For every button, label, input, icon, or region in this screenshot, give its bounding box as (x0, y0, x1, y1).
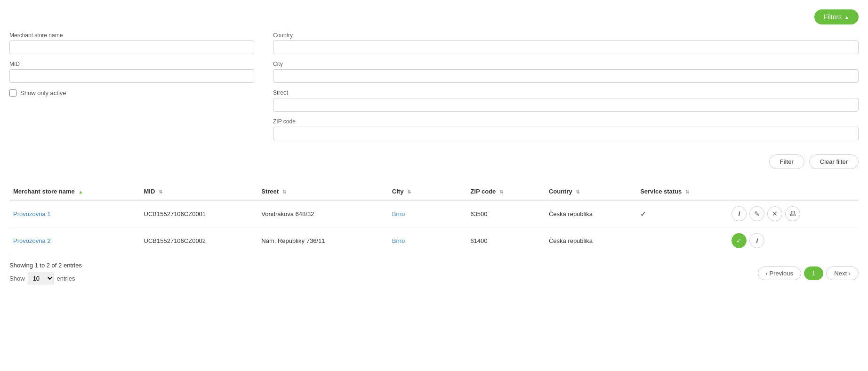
col-mid-label: MID (144, 188, 155, 195)
city-label: City (273, 61, 859, 67)
filters-button-container: Filters ▲ (9, 9, 859, 24)
cell-city: Brno (388, 227, 467, 254)
cell-zip: 63500 (466, 200, 545, 227)
table-body: Provozovna 1UCB15527106CZ0001Vondrákova … (9, 200, 859, 254)
merchant-name-link[interactable]: Provozovna 2 (13, 237, 51, 244)
info-button[interactable]: i (749, 233, 764, 248)
merchant-store-name-input[interactable] (9, 40, 254, 54)
col-header-name: Merchant store name ▲ (9, 183, 140, 200)
filter-left-col: Merchant store name MID Show only active (9, 32, 254, 147)
cell-actions: i✎✕🖶 (728, 200, 859, 227)
col-header-street: Street ⇅ (257, 183, 388, 200)
street-label: Street (273, 89, 859, 96)
filter-form: Merchant store name MID Show only active… (9, 32, 859, 169)
mid-input[interactable] (9, 69, 254, 83)
sort-mid-icon[interactable]: ⇅ (159, 189, 162, 194)
cell-status (636, 227, 728, 254)
city-group: City (273, 61, 859, 83)
show-entries-group: Show 102550100 entries (9, 273, 82, 284)
cell-street: Nám. Republiky 736/11 (257, 227, 388, 254)
entries-label: entries (57, 275, 75, 282)
col-header-actions (728, 183, 859, 200)
show-label: Show (9, 275, 25, 282)
filter-actions: Filter Clear filter (9, 154, 859, 169)
filter-row-1: Merchant store name MID Show only active… (9, 32, 859, 147)
sort-status-icon[interactable]: ⇅ (685, 189, 689, 194)
city-input[interactable] (273, 69, 859, 83)
show-only-active-label[interactable]: Show only active (20, 89, 66, 97)
table-footer: Showing 1 to 2 of 2 entries Show 1025501… (9, 262, 859, 284)
cell-mid: UCB15527106CZ0002 (140, 227, 258, 254)
table-row: Provozovna 2UCB15527106CZ0002Nám. Republ… (9, 227, 859, 254)
merchant-name-link[interactable]: Provozovna 1 (13, 210, 51, 218)
cell-status: ✓ (636, 200, 728, 227)
filters-label: Filters (824, 13, 842, 21)
cell-mid: UCB15527106CZ0001 (140, 200, 258, 227)
col-header-status: Service status ⇅ (636, 183, 728, 200)
print-button[interactable]: 🖶 (785, 206, 800, 221)
zip-input[interactable] (273, 127, 859, 140)
cell-city: Brno (388, 200, 467, 227)
showing-entries: Showing 1 to 2 of 2 entries (9, 262, 82, 269)
col-country-label: Country (549, 188, 572, 195)
col-header-mid: MID ⇅ (140, 183, 258, 200)
showing-text: Showing 1 to 2 of 2 entries Show 1025501… (9, 262, 82, 284)
action-icons-group: ✓i (731, 233, 855, 248)
col-header-country: Country ⇅ (545, 183, 636, 200)
cell-country: Česká republika (545, 227, 636, 254)
sort-country-icon[interactable]: ⇅ (576, 189, 579, 194)
action-icons-group: i✎✕🖶 (731, 206, 855, 221)
sort-zip-icon[interactable]: ⇅ (499, 189, 503, 194)
sort-street-icon[interactable]: ⇅ (282, 189, 286, 194)
sort-city-icon[interactable]: ⇅ (407, 189, 411, 194)
col-header-zip: ZIP code ⇅ (466, 183, 545, 200)
col-header-city: City ⇅ (388, 183, 467, 200)
edit-button[interactable]: ✎ (749, 206, 764, 221)
filters-toggle-button[interactable]: Filters ▲ (814, 9, 859, 24)
city-link[interactable]: Brno (392, 210, 405, 218)
cell-actions: ✓i (728, 227, 859, 254)
city-link[interactable]: Brno (392, 237, 405, 244)
col-street-label: Street (261, 188, 279, 195)
zip-group: ZIP code (273, 118, 859, 140)
street-input[interactable] (273, 98, 859, 112)
country-input[interactable] (273, 40, 859, 54)
toggle-active-button[interactable]: ✓ (731, 233, 747, 248)
table-header-row: Merchant store name ▲ MID ⇅ Street ⇅ Cit… (9, 183, 859, 200)
cell-name: Provozovna 2 (9, 227, 140, 254)
country-label: Country (273, 32, 859, 39)
clear-filter-button[interactable]: Clear filter (809, 154, 859, 169)
cell-zip: 61400 (466, 227, 545, 254)
col-name-label: Merchant store name (13, 188, 75, 195)
entries-select[interactable]: 102550100 (28, 273, 54, 284)
status-check-icon: ✓ (640, 210, 646, 218)
merchant-table: Merchant store name ▲ MID ⇅ Street ⇅ Cit… (9, 183, 859, 254)
zip-label: ZIP code (273, 118, 859, 125)
table-container: Merchant store name ▲ MID ⇅ Street ⇅ Cit… (9, 183, 859, 254)
country-group: Country (273, 32, 859, 54)
col-status-label: Service status (640, 188, 682, 195)
mid-group: MID (9, 61, 254, 83)
cell-name: Provozovna 1 (9, 200, 140, 227)
delete-button[interactable]: ✕ (767, 206, 782, 221)
show-only-active-checkbox[interactable] (9, 89, 16, 97)
cell-street: Vondrákova 648/32 (257, 200, 388, 227)
merchant-store-name-label: Merchant store name (9, 32, 254, 39)
filter-button[interactable]: Filter (769, 154, 804, 169)
street-group: Street (273, 89, 859, 112)
next-button[interactable]: Next › (826, 266, 859, 280)
pagination: ‹ Previous 1 Next › (758, 266, 859, 280)
page-1-button[interactable]: 1 (804, 266, 823, 280)
previous-button[interactable]: ‹ Previous (758, 266, 802, 280)
filters-arrow-icon: ▲ (844, 15, 849, 20)
col-zip-label: ZIP code (470, 188, 496, 195)
show-only-active-group: Show only active (9, 89, 254, 97)
mid-label: MID (9, 61, 254, 67)
table-row: Provozovna 1UCB15527106CZ0001Vondrákova … (9, 200, 859, 227)
sort-name-icon[interactable]: ▲ (78, 189, 83, 194)
merchant-store-name-group: Merchant store name (9, 32, 254, 54)
cell-country: Česká republika (545, 200, 636, 227)
col-city-label: City (392, 188, 404, 195)
filter-right-col: Country City Street ZIP code (273, 32, 859, 147)
info-button[interactable]: i (731, 206, 747, 221)
